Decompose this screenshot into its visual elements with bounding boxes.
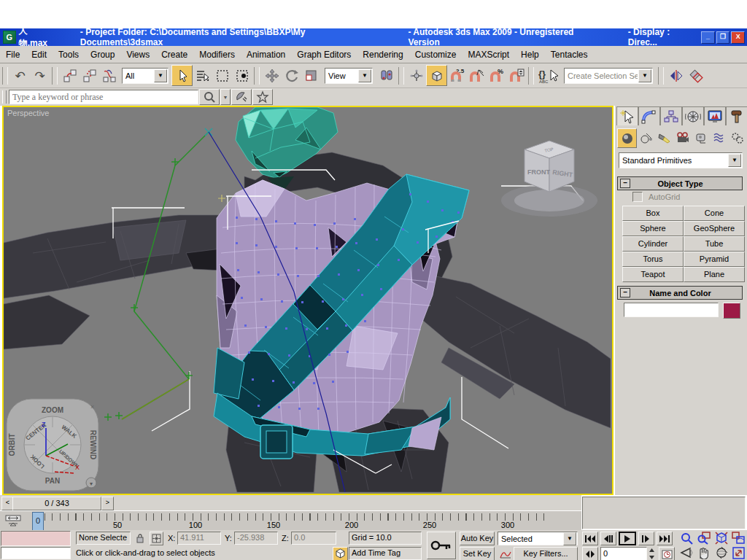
category-lights-button[interactable] [655,128,673,147]
window-crossing-button[interactable] [232,66,252,85]
key-filter-curve-icon[interactable] [499,548,512,560]
select-and-scale-button[interactable] [301,66,321,85]
menu-group[interactable]: Group [85,48,120,61]
primitives-category-dropdown[interactable]: Standard Primitives ▼ [619,152,743,168]
set-keys-button[interactable] [427,532,456,559]
spinner-snap-button[interactable] [506,66,526,85]
tab-motion[interactable] [682,106,704,125]
category-spacewarps-button[interactable] [710,128,728,147]
box-button[interactable]: Box [622,206,684,221]
next-frame-button[interactable] [638,532,654,545]
plane-button[interactable]: Plane [684,267,745,282]
maximize-viewport-button[interactable] [730,545,747,560]
named-selection-set-dropdown[interactable]: Create Selection Set▼ [564,68,653,84]
category-shapes-button[interactable] [637,128,655,147]
tab-hierarchy[interactable] [660,106,682,125]
restore-button[interactable]: ❐ [716,31,730,44]
select-and-manipulate-button[interactable] [406,66,426,85]
object-type-rollout-header[interactable]: – Object Type [617,176,743,190]
dropdown-arrow-icon[interactable]: ▼ [563,532,576,545]
tab-create[interactable] [616,106,638,125]
menu-modifiers[interactable]: Modifiers [193,48,241,61]
edit-named-selection-sets-button[interactable]: {}ABC [536,66,561,85]
pyramid-button[interactable]: Pyramid [684,252,745,267]
search-button[interactable] [199,89,220,105]
pan-button[interactable] [695,545,712,560]
field-of-view-button[interactable] [678,545,694,560]
set-key-button[interactable]: Set Key [460,547,495,560]
zoom-all-button[interactable] [695,531,712,545]
name-color-rollout-header[interactable]: – Name and Color [617,286,743,300]
dropdown-arrow-icon[interactable]: ▼ [358,69,371,82]
zoom-tool-button[interactable] [678,531,694,545]
menu-views[interactable]: Views [120,48,155,61]
snaps-toggle-button[interactable] [426,65,447,86]
viewport-label[interactable]: Perspective [7,109,49,117]
menu-animation[interactable]: Animation [241,48,291,61]
menu-rendering[interactable]: Rendering [357,48,409,61]
select-and-rotate-button[interactable] [282,66,301,85]
sphere-button[interactable]: Sphere [622,221,684,236]
cylinder-button[interactable]: Cylinder [622,236,684,252]
time-slider-handle[interactable]: 0 / 343 [12,497,101,510]
arc-rotate-button[interactable] [713,545,729,560]
select-by-name-button[interactable] [193,66,212,85]
cone-button[interactable]: Cone [684,206,745,221]
z-coordinate-field[interactable]: 0.0 [291,532,336,545]
select-and-link-button[interactable] [60,66,80,85]
time-configuration-button[interactable] [659,547,675,560]
tab-display[interactable] [704,106,726,125]
menu-file[interactable]: File [0,48,26,61]
menu-tentacles[interactable]: Tentacles [545,48,594,61]
undo-button[interactable]: ↶ [10,66,30,85]
frame-spinner[interactable] [648,547,656,560]
maxscript-macro-pane[interactable] [1,531,71,546]
x-coordinate-field[interactable]: 41.911 [177,532,221,545]
minimize-button[interactable]: _ [701,31,715,44]
play-button[interactable] [619,532,636,545]
current-frame-field[interactable]: 0 [600,547,647,560]
menu-edit[interactable]: Edit [26,48,53,61]
unlink-selection-button[interactable] [80,66,99,85]
selection-lock-button[interactable] [133,532,146,545]
tab-utilities[interactable] [726,106,747,125]
autogrid-checkbox[interactable] [632,192,643,202]
rectangular-selection-region-button[interactable] [212,66,232,85]
goto-start-button[interactable] [582,532,598,545]
category-helpers-button[interactable] [692,128,710,147]
goto-end-button[interactable] [657,532,673,545]
torus-button[interactable]: Torus [622,252,684,267]
tab-modify[interactable] [638,106,660,125]
menu-maxscript[interactable]: MAXScript [462,48,515,61]
maxscript-listener-pane[interactable] [1,547,71,559]
auto-key-button[interactable]: Auto Key [460,532,495,545]
tube-button[interactable]: Tube [684,236,745,252]
y-coordinate-field[interactable]: -25.938 [234,532,278,545]
geosphere-button[interactable]: GeoSphere [684,221,745,236]
selection-filter-dropdown[interactable]: All▼ [122,68,169,84]
menu-customize[interactable]: Customize [409,48,462,61]
object-color-swatch[interactable] [723,303,740,319]
time-slider-next-button[interactable]: > [101,497,114,510]
reference-coordinate-dropdown[interactable]: View▼ [325,68,373,84]
viewcube[interactable]: TOP FRONT RIGHT [501,141,597,217]
trackbar-frame-handle[interactable]: 0 [32,512,44,531]
object-name-input[interactable] [624,303,719,317]
prev-frame-button[interactable] [600,532,616,545]
steering-wheel[interactable]: ZOOM PAN ORBIT REWIND CENTER WALK LOOK U… [7,399,98,491]
add-time-tag-field[interactable]: Add Time Tag [349,547,422,560]
search-options-button[interactable]: ▼ [220,89,231,105]
track-bar[interactable]: 50 100 150 200 250 300 0 [0,510,581,530]
select-and-move-button[interactable] [262,66,282,85]
dropdown-arrow-icon[interactable]: ▼ [728,154,741,167]
isolate-selection-button[interactable] [333,547,348,560]
align-button[interactable] [686,66,705,85]
trackbar-mode-icon[interactable] [4,514,23,529]
snap-25d-button[interactable]: 2.5 [447,66,467,85]
dropdown-arrow-icon[interactable]: ▼ [154,69,167,82]
key-selection-dropdown[interactable]: Selected▼ [498,532,578,545]
menu-tools[interactable]: Tools [53,48,85,61]
percent-snap-button[interactable]: % [487,66,506,85]
bind-to-space-warp-button[interactable] [99,66,119,85]
teapot-button[interactable]: Teapot [622,267,684,282]
